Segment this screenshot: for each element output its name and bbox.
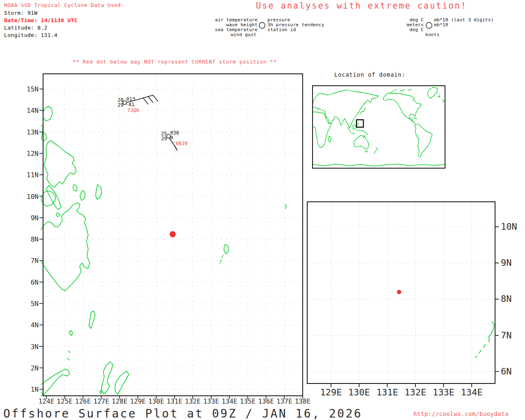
station-obs-value: 29 xyxy=(155,136,167,141)
coastline xyxy=(115,371,129,394)
storm-position-warning: ** Red dot below may NOT represent CURRE… xyxy=(73,59,277,65)
zoom-inset-lat-tick-label: 6N xyxy=(501,366,512,377)
offshore-surface-plot-page: NOAA SSD Tropical Cyclone Data Used: Sto… xyxy=(0,0,525,420)
zoom-inset-lon-tick-label: 132E xyxy=(401,387,430,397)
legend-wind-gust: wind gust xyxy=(204,32,256,37)
caution-banner: Use analyses with extreme caution! xyxy=(256,1,467,11)
legend-station-circle xyxy=(426,23,432,28)
zoom-inset-lon-tick-label: 131E xyxy=(373,387,402,397)
main-map-lat-tick-label: 6N xyxy=(21,278,39,286)
data-source-line: NOAA SSD Tropical Cyclone Data Used: xyxy=(4,2,124,8)
coastline xyxy=(41,203,90,291)
latitude-line: Latitude: 8.2 xyxy=(4,25,48,31)
world-inset-coastlines xyxy=(313,87,445,166)
legend-station-circle xyxy=(259,23,265,28)
datetime-line: Date/Time: 14/1130 UTC xyxy=(4,17,78,23)
coastline xyxy=(68,351,70,353)
main-map-lon-tick-label: 133E xyxy=(202,397,221,405)
coastline xyxy=(475,345,485,358)
main-map-lat-tick-label: 9N xyxy=(21,214,39,222)
main-map-lat-tick-label: 8N xyxy=(21,235,39,243)
coastline xyxy=(41,132,47,141)
main-map-lat-tick-label: 2N xyxy=(21,364,39,372)
zoom-inset-lat-tick-label: 7N xyxy=(501,330,512,340)
main-map-lat-tick-label: 13N xyxy=(21,128,39,136)
station-id-label: C6BJ9 xyxy=(170,141,190,146)
plot-title: Offshore Surface Plot at 09Z / JAN 16, 2… xyxy=(3,407,362,420)
main-map-lon-tick-label: 135E xyxy=(238,397,257,405)
main-map-lon-tick-label: 129E xyxy=(128,397,147,405)
zoom-inset-lat-tick-label: 9N xyxy=(501,258,512,268)
grid-layer xyxy=(39,75,499,399)
main-map-lat-tick-label: 15N xyxy=(21,85,39,93)
coastline xyxy=(374,148,377,153)
zoom-inset-lon-tick-label: 129E xyxy=(317,387,345,397)
zoom-inset-lon-tick-label: 134E xyxy=(457,387,486,397)
coastline xyxy=(415,124,432,157)
storm-position-dot xyxy=(170,231,176,237)
zoom-inset-lat-tick-label: 10N xyxy=(501,221,517,232)
legend-unit-knots: knots xyxy=(425,32,440,37)
main-map-lat-tick-label: 7N xyxy=(21,257,39,265)
coastline xyxy=(44,141,76,187)
main-map-lon-tick-label: 130E xyxy=(147,397,166,405)
coastline xyxy=(361,131,368,135)
coastline xyxy=(356,122,360,131)
station-obs-value: 29 xyxy=(112,103,123,107)
main-map-lon-tick-label: 124E xyxy=(37,397,56,405)
coastline xyxy=(390,89,411,93)
main-map-lat-tick-label: 14N xyxy=(21,107,39,114)
coastline xyxy=(427,87,438,98)
world-inset-frame xyxy=(313,86,445,168)
station-obs-value: 0 xyxy=(170,135,173,140)
coastline xyxy=(313,112,331,147)
main-map-lon-tick-label: 125E xyxy=(55,397,74,405)
main-map-lat-tick-label: 5N xyxy=(21,300,39,308)
main-map-coastlines xyxy=(41,106,286,396)
main-map-lat-tick-label: 12N xyxy=(21,150,39,158)
station-obs-value: -41 xyxy=(126,102,135,107)
main-map-lon-tick-label: 132E xyxy=(183,397,202,405)
source-url: http://coolwx.com/buoydata xyxy=(413,411,509,417)
coastline xyxy=(329,136,331,142)
zoom-inset-lon-tick-label: 130E xyxy=(345,387,374,397)
main-map-lat-tick-label: 10N xyxy=(21,193,39,201)
coastline xyxy=(56,213,60,217)
longitude-line: Longitude: 131.4 xyxy=(4,32,57,38)
coastline xyxy=(313,90,379,128)
coastline xyxy=(347,127,355,134)
coastline xyxy=(80,190,85,201)
main-map-lon-tick-label: 131E xyxy=(165,397,184,405)
coastline xyxy=(41,369,70,396)
coastline xyxy=(413,118,417,119)
legend-unit-mb10: mb*10 xyxy=(434,23,448,27)
coastline xyxy=(438,96,440,97)
main-map-lon-tick-label: 138E xyxy=(293,397,312,405)
wind-barb-feather xyxy=(175,146,177,150)
wind-barb-feathers xyxy=(143,95,158,104)
coastline xyxy=(443,100,444,103)
coastline xyxy=(68,358,69,360)
main-map-lon-tick-label: 136E xyxy=(257,397,276,405)
zoom-inset-coastlines xyxy=(475,322,494,358)
coastline xyxy=(285,204,286,209)
coastline xyxy=(354,135,369,149)
coastline xyxy=(43,106,52,121)
coastline xyxy=(488,322,494,342)
legend-station-id: station id xyxy=(267,27,296,32)
main-map-lon-tick-label: 128E xyxy=(110,397,129,405)
main-map-lat-tick-label: 4N xyxy=(21,321,39,329)
coastline xyxy=(383,93,421,125)
coastline xyxy=(353,125,356,130)
coastline xyxy=(366,151,368,152)
legend-unit-deg-c-2: deg C xyxy=(391,27,424,32)
main-map-lat-tick-label: 1N xyxy=(21,386,39,393)
coastline xyxy=(73,185,77,191)
main-map-lon-tick-label: 127E xyxy=(92,397,111,405)
main-map-lat-tick-label: 11N xyxy=(21,171,39,179)
main-map-lon-tick-label: 126E xyxy=(73,397,92,405)
main-map-lat-tick-label: 3N xyxy=(21,343,39,351)
zoom-inset-lon-tick-label: 133E xyxy=(429,387,458,397)
storm-position-dot-zoom xyxy=(397,290,401,294)
station-id-label: 7JQG xyxy=(124,108,142,113)
